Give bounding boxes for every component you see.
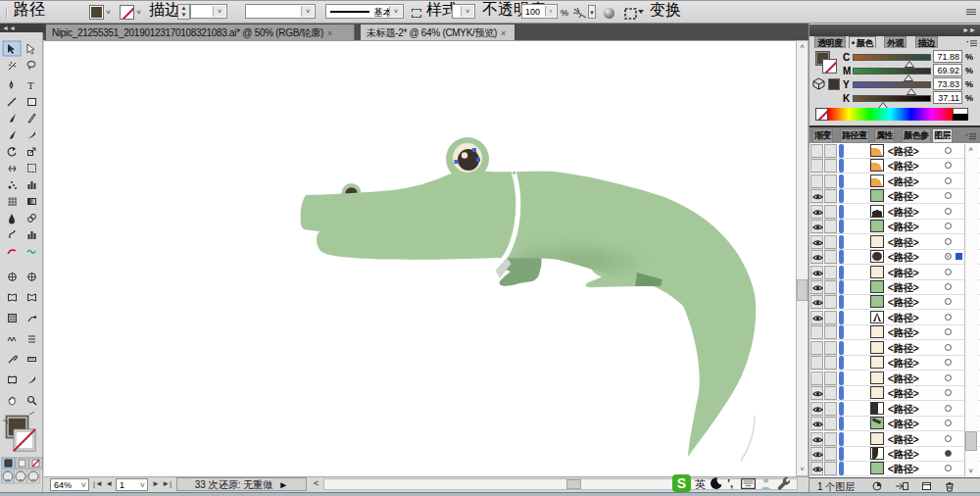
svg-text:T: T: [27, 79, 34, 91]
